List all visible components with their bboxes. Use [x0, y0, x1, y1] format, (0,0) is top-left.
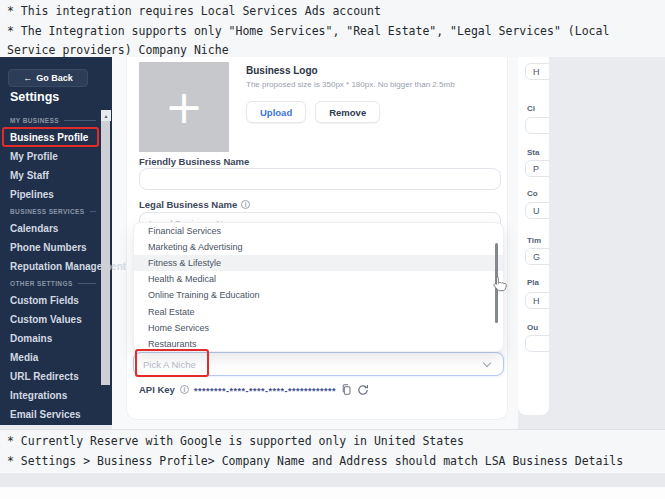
api-key-label: API Key — [139, 384, 175, 395]
sidebar-item-label: My Profile — [10, 151, 58, 162]
plus-icon: + — [165, 84, 204, 130]
sidebar-item-label: Custom Fields — [10, 295, 79, 306]
business-logo-title: Business Logo — [246, 65, 318, 76]
sidebar-item-calendars[interactable]: Calendars — [0, 219, 101, 238]
pick-a-niche-select[interactable]: Pick A Niche — [133, 352, 504, 376]
sidebar-item-phone-numbers[interactable]: Phone Numbers — [0, 238, 101, 257]
sidebar-item-label: Conversation Providers — [10, 428, 123, 430]
back-arrow-icon: ← — [23, 73, 32, 83]
field-value-fragment[interactable]: G — [525, 248, 549, 265]
note-line: * This integration requires Local Servic… — [7, 2, 657, 22]
dropdown-option-real-estate[interactable]: Real Estate — [134, 303, 503, 319]
logo-actions: Upload Remove — [246, 101, 380, 123]
niche-dropdown-panel: Financial Services Marketing & Advertisi… — [133, 222, 504, 352]
note-line: * Currently Reserve with Google is suppo… — [7, 431, 657, 451]
app-screenshot: ← Go Back Settings MY BUSINESS Business … — [0, 57, 665, 430]
field-label-fragment: Ou — [527, 323, 538, 332]
sidebar-item-label: Phone Numbers — [10, 242, 87, 253]
field-value-fragment[interactable]: U — [525, 202, 549, 219]
field-label-fragment: Sta — [527, 148, 539, 157]
sidebar-item-business-profile[interactable]: Business Profile — [0, 128, 101, 147]
dropdown-option-online-training-education[interactable]: Online Training & Education — [134, 287, 503, 303]
field-label-fragment: Co — [527, 189, 538, 198]
dropdown-option-home-services[interactable]: Home Services — [134, 320, 503, 336]
sidebar-item-reputation-management[interactable]: Reputation Management — [0, 257, 101, 276]
info-icon[interactable]: i — [180, 385, 189, 394]
field-label-fragment: Ci — [527, 104, 535, 113]
sidebar-item-pipelines[interactable]: Pipelines — [0, 185, 101, 204]
copy-icon[interactable] — [341, 383, 352, 396]
business-profile-card: + Business Logo The proposed size is 350… — [126, 57, 508, 420]
sidebar-item-label: Domains — [10, 333, 52, 344]
sidebar-item-my-staff[interactable]: My Staff — [0, 166, 101, 185]
sidebar-item-label: Pipelines — [10, 189, 54, 200]
sidebar-item-domains[interactable]: Domains — [0, 329, 101, 348]
settings-sidebar: ← Go Back Settings MY BUSINESS Business … — [0, 57, 112, 425]
sidebar-item-my-profile[interactable]: My Profile — [0, 147, 101, 166]
go-back-button[interactable]: ← Go Back — [8, 69, 88, 87]
go-back-label: Go Back — [36, 73, 73, 83]
field-value-fragment[interactable]: P — [525, 160, 549, 177]
scrollbar-up-icon[interactable]: ▲ — [101, 110, 111, 121]
field-label-fragment: Pla — [527, 278, 539, 287]
legal-business-name-label: Legal Business Name i — [139, 199, 250, 210]
field-value-fragment[interactable] — [525, 117, 549, 134]
sidebar-item-custom-values[interactable]: Custom Values — [0, 310, 101, 329]
info-icon[interactable]: i — [241, 200, 250, 209]
sidebar-item-label: Custom Values — [10, 314, 82, 325]
upload-button[interactable]: Upload — [246, 101, 306, 123]
mouse-cursor-icon — [492, 275, 507, 296]
sidebar-item-label: Email Services — [10, 409, 81, 420]
sidebar-item-label: URL Redirects — [10, 371, 79, 382]
api-key-row: API Key i ********-****-****-****-******… — [139, 383, 369, 396]
sidebar-item-label: Integrations — [10, 390, 67, 401]
logo-upload-dropzone[interactable]: + — [139, 62, 229, 152]
scrollbar-thumb[interactable] — [101, 121, 110, 385]
sidebar-item-url-redirects[interactable]: URL Redirects — [0, 367, 101, 386]
section-other-settings: OTHER SETTINGS — [0, 276, 101, 291]
friendly-business-name-input[interactable] — [139, 168, 501, 190]
sidebar-item-label: Media — [10, 352, 38, 363]
section-divider — [90, 211, 96, 212]
business-logo-hint: The proposed size is 350px * 180px. No b… — [246, 80, 455, 89]
sidebar-nav: MY BUSINESS Business Profile My Profile … — [0, 113, 101, 430]
sidebar-item-media[interactable]: Media — [0, 348, 101, 367]
address-card-truncated: H Ci Sta P Co U Tim G Pla H Ou — [518, 57, 549, 415]
section-label: MY BUSINESS — [10, 117, 59, 124]
field-label-fragment: Tim — [527, 236, 541, 245]
field-value-fragment[interactable]: H — [525, 292, 549, 309]
section-divider — [78, 283, 96, 284]
notes-bottom: * Currently Reserve with Google is suppo… — [7, 431, 657, 471]
bottom-white-band — [0, 487, 665, 499]
sidebar-item-label: My Staff — [10, 170, 49, 181]
refresh-icon[interactable] — [357, 384, 369, 396]
api-key-masked-value: ********-****-****-****-************ — [194, 386, 336, 396]
section-label: OTHER SETTINGS — [10, 280, 73, 287]
dropdown-option-health-medical[interactable]: Health & Medical — [134, 271, 503, 287]
sidebar-item-custom-fields[interactable]: Custom Fields — [0, 291, 101, 310]
bottom-gray-band — [0, 473, 665, 487]
dropdown-option-financial-services[interactable]: Financial Services — [134, 223, 503, 239]
sidebar-item-integrations[interactable]: Integrations — [0, 386, 101, 405]
sidebar-title: Settings — [10, 90, 59, 104]
section-business-services: BUSINESS SERVICES — [0, 204, 101, 219]
sidebar-item-label: Calendars — [10, 223, 58, 234]
notes-top: * This integration requires Local Servic… — [7, 2, 657, 61]
sidebar-scrollbar[interactable]: ▲ — [101, 110, 111, 425]
dropdown-option-marketing-advertising[interactable]: Marketing & Advertising — [134, 239, 503, 255]
remove-button[interactable]: Remove — [315, 101, 380, 123]
note-line: * The Integration supports only "Home Se… — [7, 22, 657, 61]
field-value-fragment[interactable]: H — [525, 63, 549, 80]
dropdown-option-fitness-lifestyle[interactable]: Fitness & Lifestyle — [134, 255, 503, 271]
chevron-down-icon — [483, 359, 491, 367]
sidebar-item-conversation-providers[interactable]: Conversation Providers — [0, 424, 101, 430]
legal-label-text: Legal Business Name — [139, 199, 237, 210]
note-line: * Settings > Business Profile> Company N… — [7, 451, 657, 471]
section-label: BUSINESS SERVICES — [10, 208, 85, 215]
field-value-fragment[interactable] — [525, 335, 549, 352]
section-divider — [64, 120, 96, 121]
dropdown-option-restaurants[interactable]: Restaurants — [134, 336, 503, 352]
friendly-business-name-label: Friendly Business Name — [139, 156, 249, 167]
sidebar-item-email-services[interactable]: Email Services — [0, 405, 101, 424]
section-my-business: MY BUSINESS — [0, 113, 101, 128]
